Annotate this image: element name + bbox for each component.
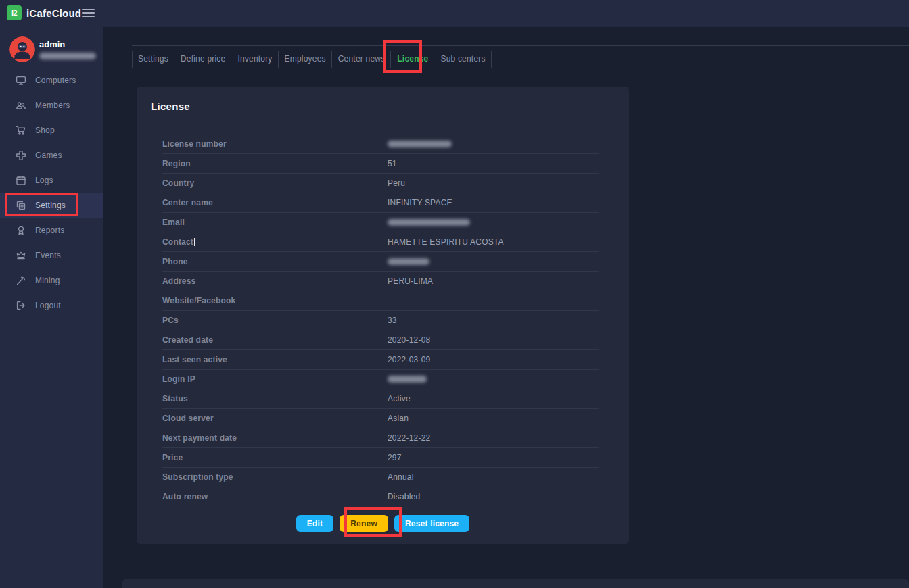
row-label: Login IP — [162, 374, 195, 384]
sidebar-item-games[interactable]: Games — [0, 143, 103, 168]
edit-button[interactable]: Edit — [296, 515, 333, 532]
row-value: 297 — [388, 453, 402, 462]
sidebar-item-settings[interactable]: Settings — [0, 193, 103, 218]
table-row: PCs33 — [162, 310, 599, 330]
row-value: Peru — [388, 178, 405, 188]
reset-license-button[interactable]: Reset license — [394, 515, 469, 532]
table-row: Login IP — [162, 369, 599, 389]
table-row: AddressPERU-LIMA — [162, 271, 599, 291]
tab-define-price[interactable]: Define price — [174, 46, 231, 72]
tab-settings[interactable]: Settings — [132, 46, 174, 72]
sidebar-item-logout[interactable]: Logout — [0, 293, 103, 318]
app-title: iCafeCloud — [26, 7, 81, 19]
table-row: Auto renewDisabled — [162, 487, 599, 506]
sidebar-item-computers[interactable]: Computers — [0, 68, 103, 93]
row-value: Disabled — [388, 492, 420, 501]
sidebar-item-label: Events — [35, 251, 61, 260]
pickaxe-icon — [16, 275, 26, 286]
table-row: Email — [162, 212, 599, 232]
members-icon — [16, 100, 26, 111]
row-value: Asian — [388, 414, 409, 423]
row-label: Region — [162, 159, 191, 168]
action-buttons: EditRenewReset license — [137, 515, 629, 532]
tab-label: License — [397, 54, 428, 64]
row-label: Cloud server — [162, 414, 214, 423]
table-row: Website/Facebook — [162, 291, 599, 310]
sidebar-item-members[interactable]: Members — [0, 93, 103, 118]
row-value: 2020-12-08 — [388, 335, 430, 345]
calendar-icon — [16, 175, 26, 186]
tab-employees[interactable]: Employees — [279, 46, 332, 72]
gamepad-icon — [16, 150, 26, 161]
tab-sub-centers[interactable]: Sub centers — [434, 46, 491, 72]
row-label: License number — [162, 139, 227, 149]
bottom-panel — [122, 579, 909, 588]
row-label: Last seen active — [162, 355, 227, 364]
logout-icon — [16, 300, 26, 311]
menu-icon[interactable] — [82, 9, 95, 17]
copy-gear-icon — [16, 200, 26, 211]
row-label: Status — [162, 394, 188, 403]
tab-label: Center news — [338, 54, 386, 64]
sidebar-item-mining[interactable]: Mining — [0, 268, 103, 293]
app-logo[interactable]: i2 iCafeCloud — [7, 5, 81, 20]
sidebar-item-logs[interactable]: Logs — [0, 168, 103, 193]
table-row: License number — [162, 134, 599, 153]
sidebar-nav: ComputersMembersShopGamesLogsSettingsRep… — [0, 68, 103, 318]
row-label: Subscription type — [162, 472, 233, 482]
row-value: PERU-LIMA — [388, 276, 433, 286]
row-label: Price — [162, 453, 183, 462]
table-row: StatusActive — [162, 389, 599, 408]
tab-center-news[interactable]: Center news — [332, 46, 392, 72]
row-label: Website/Facebook — [162, 296, 235, 305]
table-row: Subscription typeAnnual — [162, 467, 599, 487]
user-profile[interactable]: admin — [0, 34, 103, 72]
table-row: ContactHAMETTE ESPIRITU ACOSTA — [162, 232, 599, 251]
sidebar-item-reports[interactable]: Reports — [0, 218, 103, 243]
row-value: 2022-03-09 — [388, 355, 430, 364]
sidebar-item-label: Computers — [35, 76, 76, 85]
redacted-value — [388, 376, 427, 383]
table-row: Cloud serverAsian — [162, 408, 599, 428]
row-label: Auto renew — [162, 492, 208, 501]
tab-license[interactable]: License — [391, 46, 434, 72]
table-row: Price297 — [162, 447, 599, 467]
table-row: Last seen active2022-03-09 — [162, 349, 599, 369]
row-label: Created date — [162, 335, 213, 345]
redacted-value — [388, 219, 470, 226]
sidebar-item-label: Shop — [35, 126, 55, 135]
row-label: Email — [162, 218, 185, 227]
row-label: Phone — [162, 257, 188, 266]
tab-inventory[interactable]: Inventory — [231, 46, 278, 72]
text-cursor — [194, 238, 195, 246]
user-name: admin — [39, 39, 65, 49]
renew-button[interactable]: Renew — [340, 515, 388, 532]
cart-icon — [16, 125, 26, 136]
tab-label: Employees — [285, 54, 326, 64]
main-content: SettingsDefine priceInventoryEmployeesCe… — [103, 27, 909, 588]
sidebar-item-label: Reports — [35, 226, 64, 235]
table-row: Created date2020-12-08 — [162, 330, 599, 349]
tab-label: Define price — [181, 54, 225, 64]
row-value: 33 — [388, 316, 397, 325]
row-label: Address — [162, 276, 195, 286]
sidebar-item-label: Members — [35, 101, 70, 110]
table-row: Phone — [162, 251, 599, 271]
row-value: 51 — [388, 159, 397, 168]
row-value: Active — [388, 394, 411, 403]
row-value: 2022-12-22 — [388, 433, 430, 443]
table-row: CountryPeru — [162, 173, 599, 193]
row-value: Annual — [388, 472, 414, 482]
sidebar-item-shop[interactable]: Shop — [0, 118, 103, 143]
sidebar-item-events[interactable]: Events — [0, 243, 103, 268]
tab-bar: SettingsDefine priceInventoryEmployeesCe… — [132, 45, 909, 72]
row-value: HAMETTE ESPIRITU ACOSTA — [388, 237, 504, 247]
sidebar: admin ComputersMembersShopGamesLogsSetti… — [0, 27, 103, 588]
app-logo-icon: i2 — [7, 5, 22, 20]
crown-icon — [16, 250, 26, 261]
table-row: Next payment date2022-12-22 — [162, 428, 599, 447]
sidebar-item-label: Logout — [35, 301, 61, 310]
redacted-value — [388, 258, 429, 265]
row-label: Center name — [162, 198, 213, 207]
monitor-icon — [16, 75, 26, 86]
